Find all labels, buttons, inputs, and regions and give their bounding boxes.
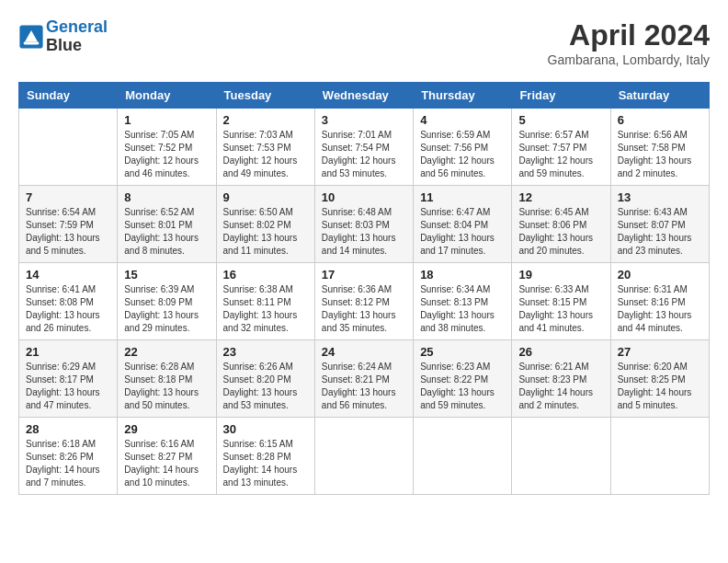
day-number: 30 bbox=[223, 422, 308, 436]
header-cell-tuesday: Tuesday bbox=[216, 83, 314, 109]
day-cell: 11Sunrise: 6:47 AM Sunset: 8:04 PM Dayli… bbox=[414, 186, 512, 263]
day-info: Sunrise: 6:16 AM Sunset: 8:27 PM Dayligh… bbox=[124, 438, 209, 489]
day-cell: 8Sunrise: 6:52 AM Sunset: 8:01 PM Daylig… bbox=[118, 186, 216, 263]
day-cell: 17Sunrise: 6:36 AM Sunset: 8:12 PM Dayli… bbox=[314, 263, 413, 340]
calendar-header: SundayMondayTuesdayWednesdayThursdayFrid… bbox=[19, 83, 710, 109]
day-number: 21 bbox=[26, 345, 110, 359]
day-cell bbox=[314, 418, 413, 495]
day-number: 3 bbox=[322, 113, 406, 127]
day-number: 4 bbox=[420, 113, 505, 127]
day-info: Sunrise: 6:24 AM Sunset: 8:21 PM Dayligh… bbox=[322, 361, 406, 412]
day-info: Sunrise: 6:54 AM Sunset: 7:59 PM Dayligh… bbox=[26, 206, 110, 258]
day-number: 29 bbox=[124, 422, 209, 436]
week-row-0: 1Sunrise: 7:05 AM Sunset: 7:52 PM Daylig… bbox=[19, 109, 710, 186]
logo-line1: General bbox=[46, 17, 108, 36]
day-number: 18 bbox=[420, 268, 505, 282]
day-cell: 30Sunrise: 6:15 AM Sunset: 8:28 PM Dayli… bbox=[216, 418, 314, 495]
month-title: April 2024 bbox=[548, 18, 710, 52]
day-info: Sunrise: 6:18 AM Sunset: 8:26 PM Dayligh… bbox=[26, 438, 110, 489]
day-cell bbox=[414, 418, 512, 495]
day-cell: 5Sunrise: 6:57 AM Sunset: 7:57 PM Daylig… bbox=[512, 109, 610, 186]
day-cell: 9Sunrise: 6:50 AM Sunset: 8:02 PM Daylig… bbox=[216, 186, 314, 263]
header-cell-saturday: Saturday bbox=[610, 83, 709, 109]
day-cell: 29Sunrise: 6:16 AM Sunset: 8:27 PM Dayli… bbox=[118, 418, 216, 495]
day-number: 16 bbox=[223, 268, 308, 282]
day-info: Sunrise: 7:05 AM Sunset: 7:52 PM Dayligh… bbox=[124, 129, 209, 180]
day-number: 6 bbox=[618, 113, 702, 127]
svg-rect-2 bbox=[24, 41, 40, 44]
day-cell bbox=[512, 418, 610, 495]
day-info: Sunrise: 6:15 AM Sunset: 8:28 PM Dayligh… bbox=[223, 438, 308, 489]
day-info: Sunrise: 7:01 AM Sunset: 7:54 PM Dayligh… bbox=[322, 129, 406, 180]
week-row-2: 14Sunrise: 6:41 AM Sunset: 8:08 PM Dayli… bbox=[19, 263, 710, 340]
day-info: Sunrise: 6:20 AM Sunset: 8:25 PM Dayligh… bbox=[618, 361, 702, 412]
week-row-1: 7Sunrise: 6:54 AM Sunset: 7:59 PM Daylig… bbox=[19, 186, 710, 263]
header-cell-sunday: Sunday bbox=[19, 83, 118, 109]
logo-text: General Blue bbox=[46, 18, 108, 55]
logo-icon bbox=[18, 24, 44, 50]
day-cell: 24Sunrise: 6:24 AM Sunset: 8:21 PM Dayli… bbox=[314, 340, 413, 418]
day-info: Sunrise: 7:03 AM Sunset: 7:53 PM Dayligh… bbox=[223, 129, 308, 180]
day-info: Sunrise: 6:52 AM Sunset: 8:01 PM Dayligh… bbox=[124, 206, 209, 258]
day-cell: 3Sunrise: 7:01 AM Sunset: 7:54 PM Daylig… bbox=[314, 109, 413, 186]
day-info: Sunrise: 6:41 AM Sunset: 8:08 PM Dayligh… bbox=[26, 283, 110, 335]
day-cell bbox=[610, 418, 709, 495]
page-header: General Blue April 2024 Gambarana, Lomba… bbox=[18, 18, 710, 67]
day-cell: 2Sunrise: 7:03 AM Sunset: 7:53 PM Daylig… bbox=[216, 109, 314, 186]
day-number: 28 bbox=[26, 422, 110, 436]
day-cell: 10Sunrise: 6:48 AM Sunset: 8:03 PM Dayli… bbox=[314, 186, 413, 263]
day-info: Sunrise: 6:21 AM Sunset: 8:23 PM Dayligh… bbox=[518, 361, 603, 412]
day-number: 22 bbox=[124, 345, 209, 359]
day-info: Sunrise: 6:23 AM Sunset: 8:22 PM Dayligh… bbox=[420, 361, 505, 412]
day-number: 2 bbox=[223, 113, 308, 127]
logo-line2: Blue bbox=[46, 37, 108, 55]
day-cell: 18Sunrise: 6:34 AM Sunset: 8:13 PM Dayli… bbox=[414, 263, 512, 340]
day-number: 23 bbox=[223, 345, 308, 359]
day-info: Sunrise: 6:45 AM Sunset: 8:06 PM Dayligh… bbox=[518, 206, 603, 258]
day-number: 13 bbox=[618, 190, 702, 204]
day-info: Sunrise: 6:47 AM Sunset: 8:04 PM Dayligh… bbox=[420, 206, 505, 258]
day-cell: 26Sunrise: 6:21 AM Sunset: 8:23 PM Dayli… bbox=[512, 340, 610, 418]
location: Gambarana, Lombardy, Italy bbox=[548, 52, 710, 67]
header-cell-thursday: Thursday bbox=[414, 83, 512, 109]
day-info: Sunrise: 6:36 AM Sunset: 8:12 PM Dayligh… bbox=[322, 283, 406, 335]
day-cell: 27Sunrise: 6:20 AM Sunset: 8:25 PM Dayli… bbox=[610, 340, 709, 418]
day-number: 24 bbox=[322, 345, 406, 359]
day-cell: 21Sunrise: 6:29 AM Sunset: 8:17 PM Dayli… bbox=[19, 340, 118, 418]
day-info: Sunrise: 6:29 AM Sunset: 8:17 PM Dayligh… bbox=[26, 361, 110, 412]
day-cell: 23Sunrise: 6:26 AM Sunset: 8:20 PM Dayli… bbox=[216, 340, 314, 418]
day-number: 27 bbox=[618, 345, 702, 359]
title-block: April 2024 Gambarana, Lombardy, Italy bbox=[548, 18, 710, 67]
calendar-body: 1Sunrise: 7:05 AM Sunset: 7:52 PM Daylig… bbox=[19, 109, 710, 495]
day-info: Sunrise: 6:59 AM Sunset: 7:56 PM Dayligh… bbox=[420, 129, 505, 180]
day-number: 7 bbox=[26, 190, 110, 204]
day-info: Sunrise: 6:33 AM Sunset: 8:15 PM Dayligh… bbox=[518, 283, 603, 335]
header-cell-monday: Monday bbox=[118, 83, 216, 109]
day-number: 8 bbox=[124, 190, 209, 204]
day-number: 10 bbox=[322, 190, 406, 204]
day-number: 20 bbox=[618, 268, 702, 282]
day-info: Sunrise: 6:56 AM Sunset: 7:58 PM Dayligh… bbox=[618, 129, 702, 180]
day-info: Sunrise: 6:34 AM Sunset: 8:13 PM Dayligh… bbox=[420, 283, 505, 335]
day-info: Sunrise: 6:50 AM Sunset: 8:02 PM Dayligh… bbox=[223, 206, 308, 258]
day-cell: 7Sunrise: 6:54 AM Sunset: 7:59 PM Daylig… bbox=[19, 186, 118, 263]
day-number: 15 bbox=[124, 268, 209, 282]
week-row-4: 28Sunrise: 6:18 AM Sunset: 8:26 PM Dayli… bbox=[19, 418, 710, 495]
day-cell: 14Sunrise: 6:41 AM Sunset: 8:08 PM Dayli… bbox=[19, 263, 118, 340]
header-cell-wednesday: Wednesday bbox=[314, 83, 413, 109]
day-info: Sunrise: 6:31 AM Sunset: 8:16 PM Dayligh… bbox=[618, 283, 702, 335]
day-cell: 20Sunrise: 6:31 AM Sunset: 8:16 PM Dayli… bbox=[610, 263, 709, 340]
day-cell bbox=[19, 109, 118, 186]
day-number: 26 bbox=[518, 345, 603, 359]
day-info: Sunrise: 6:48 AM Sunset: 8:03 PM Dayligh… bbox=[322, 206, 406, 258]
day-number: 11 bbox=[420, 190, 505, 204]
day-cell: 19Sunrise: 6:33 AM Sunset: 8:15 PM Dayli… bbox=[512, 263, 610, 340]
calendar-table: SundayMondayTuesdayWednesdayThursdayFrid… bbox=[18, 82, 710, 495]
day-cell: 15Sunrise: 6:39 AM Sunset: 8:09 PM Dayli… bbox=[118, 263, 216, 340]
day-cell: 28Sunrise: 6:18 AM Sunset: 8:26 PM Dayli… bbox=[19, 418, 118, 495]
day-cell: 6Sunrise: 6:56 AM Sunset: 7:58 PM Daylig… bbox=[610, 109, 709, 186]
logo: General Blue bbox=[18, 18, 108, 55]
day-cell: 1Sunrise: 7:05 AM Sunset: 7:52 PM Daylig… bbox=[118, 109, 216, 186]
day-info: Sunrise: 6:26 AM Sunset: 8:20 PM Dayligh… bbox=[223, 361, 308, 412]
header-row: SundayMondayTuesdayWednesdayThursdayFrid… bbox=[19, 83, 710, 109]
